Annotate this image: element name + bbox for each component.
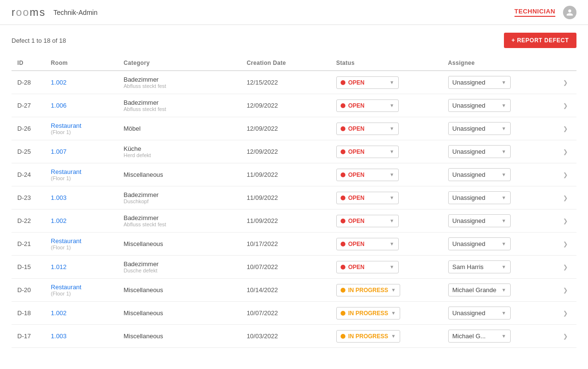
assignee-dropdown[interactable]: Unassigned ▼	[448, 122, 511, 135]
assignee-dropdown[interactable]: Unassigned ▼	[448, 99, 511, 112]
cell-status: IN PROGRESS ▼	[331, 302, 442, 325]
expand-row-button[interactable]: ❯	[563, 125, 568, 132]
defects-table: ID Room Category Creation Date Status As…	[12, 56, 576, 348]
status-dropdown-arrow: ▼	[391, 310, 396, 316]
expand-row-button[interactable]: ❯	[563, 241, 568, 247]
cell-expand: ❯	[554, 233, 576, 256]
cell-assignee: Michael G... ▼	[442, 325, 554, 348]
table-row: D-22 1.002 Badezimmer Abfluss steckt fes…	[12, 209, 576, 233]
status-dropdown-arrow: ▼	[391, 333, 396, 339]
status-dropdown[interactable]: OPEN ▼	[336, 146, 399, 158]
expand-row-button[interactable]: ❯	[563, 287, 568, 294]
status-label: IN PROGRESS	[348, 310, 388, 317]
status-dropdown[interactable]: IN PROGRESS ▼	[336, 307, 400, 320]
admin-name: Technik-Admin	[53, 9, 98, 16]
status-label: OPEN	[348, 264, 387, 271]
cell-date: 12/09/2022	[241, 94, 330, 117]
status-dropdown-arrow: ▼	[390, 218, 394, 223]
nav-technician[interactable]: TECHNICIAN	[514, 8, 555, 17]
main-content: Defect 1 to 18 of 18 + REPORT DEFECT ID …	[0, 25, 588, 356]
cell-date: 10/03/2022	[241, 325, 330, 348]
assignee-dropdown[interactable]: Unassigned ▼	[448, 191, 511, 204]
assignee-dropdown[interactable]: Unassigned ▼	[448, 214, 511, 227]
cell-status: IN PROGRESS ▼	[331, 325, 442, 348]
status-dropdown[interactable]: OPEN ▼	[336, 169, 399, 181]
cell-room: 1.002	[45, 302, 118, 325]
cell-id: D-24	[12, 163, 45, 186]
cell-id: D-15	[12, 256, 45, 279]
assignee-label: Unassigned	[453, 148, 486, 155]
cell-date: 10/07/2022	[241, 302, 330, 325]
status-dropdown[interactable]: OPEN ▼	[336, 99, 399, 112]
assignee-dropdown[interactable]: Michael Grande ▼	[448, 283, 511, 296]
assignee-label: Unassigned	[453, 102, 486, 109]
col-header-room: Room	[45, 56, 118, 71]
report-defect-button[interactable]: + REPORT DEFECT	[504, 33, 576, 48]
status-dropdown[interactable]: OPEN ▼	[336, 238, 399, 250]
expand-row-button[interactable]: ❯	[563, 79, 568, 86]
expand-row-button[interactable]: ❯	[563, 195, 568, 201]
status-dropdown[interactable]: OPEN ▼	[336, 215, 399, 227]
assignee-dropdown[interactable]: Unassigned ▼	[448, 145, 511, 158]
assignee-dropdown-arrow: ▼	[502, 126, 506, 131]
status-dropdown[interactable]: IN PROGRESS ▼	[336, 284, 400, 296]
cell-id: D-17	[12, 325, 45, 348]
table-row: D-23 1.003 Badezimmer Duschkopf 11/09/20…	[12, 186, 576, 209]
status-label: IN PROGRESS	[348, 287, 388, 294]
cell-assignee: Unassigned ▼	[442, 186, 554, 209]
cell-date: 12/15/2022	[241, 71, 330, 94]
expand-row-button[interactable]: ❯	[563, 264, 568, 271]
status-dot	[341, 219, 345, 223]
table-row: D-15 1.012 Badezimmer Dusche defekt 10/0…	[12, 256, 576, 279]
status-dropdown[interactable]: OPEN ▼	[336, 76, 399, 89]
cell-status: OPEN ▼	[331, 117, 442, 140]
status-dropdown[interactable]: OPEN ▼	[336, 192, 399, 204]
cell-id: D-21	[12, 233, 45, 256]
cell-id: D-22	[12, 209, 45, 233]
app-logo: rooms	[12, 6, 46, 19]
status-dot	[341, 172, 345, 177]
assignee-dropdown[interactable]: Michael G... ▼	[448, 330, 511, 343]
status-dropdown-arrow: ▼	[390, 149, 394, 154]
status-dropdown[interactable]: OPEN ▼	[336, 123, 399, 135]
cell-room: 1.012	[45, 256, 118, 279]
cell-expand: ❯	[554, 256, 576, 279]
status-dot	[341, 126, 345, 131]
cell-status: IN PROGRESS ▼	[331, 279, 442, 302]
assignee-label: Unassigned	[453, 194, 486, 201]
assignee-dropdown[interactable]: Unassigned ▼	[448, 76, 511, 89]
expand-row-button[interactable]: ❯	[563, 172, 568, 178]
assignee-dropdown[interactable]: Unassigned ▼	[448, 168, 511, 181]
status-dropdown[interactable]: OPEN ▼	[336, 261, 399, 273]
cell-category: Badezimmer Dusche defekt	[118, 256, 241, 279]
avatar[interactable]	[563, 6, 576, 19]
assignee-dropdown-arrow: ▼	[502, 218, 506, 223]
assignee-dropdown[interactable]: Unassigned ▼	[448, 237, 511, 250]
cell-category: Badezimmer Abfluss steckt fest	[118, 209, 241, 233]
assignee-dropdown-arrow: ▼	[502, 333, 506, 339]
table-row: D-24 Restaurant (Floor 1) Miscellaneous …	[12, 163, 576, 186]
assignee-label: Michael G...	[453, 332, 486, 340]
expand-row-button[interactable]: ❯	[563, 148, 568, 155]
cell-status: OPEN ▼	[331, 256, 442, 279]
top-bar: Defect 1 to 18 of 18 + REPORT DEFECT	[12, 33, 576, 48]
col-header-category: Category	[118, 56, 241, 71]
cell-date: 12/09/2022	[241, 140, 330, 163]
expand-row-button[interactable]: ❯	[563, 310, 568, 317]
status-dropdown-arrow: ▼	[390, 172, 394, 177]
table-row: D-27 1.006 Badezimmer Abfluss steckt fes…	[12, 94, 576, 117]
table-row: D-26 Restaurant (Floor 1) Möbel 12/09/20…	[12, 117, 576, 140]
expand-row-button[interactable]: ❯	[563, 102, 568, 109]
status-dropdown-arrow: ▼	[390, 241, 394, 246]
assignee-label: Sam Harris	[453, 263, 484, 271]
cell-category: Miscellaneous	[118, 325, 241, 348]
cell-category: Badezimmer Duschkopf	[118, 186, 241, 209]
assignee-dropdown[interactable]: Unassigned ▼	[448, 307, 511, 320]
cell-expand: ❯	[554, 117, 576, 140]
expand-row-button[interactable]: ❯	[563, 333, 568, 340]
status-dropdown[interactable]: IN PROGRESS ▼	[336, 330, 400, 343]
assignee-dropdown-arrow: ▼	[502, 195, 506, 200]
assignee-dropdown-arrow: ▼	[502, 287, 506, 293]
assignee-dropdown[interactable]: Sam Harris ▼	[448, 260, 511, 273]
expand-row-button[interactable]: ❯	[563, 218, 568, 224]
